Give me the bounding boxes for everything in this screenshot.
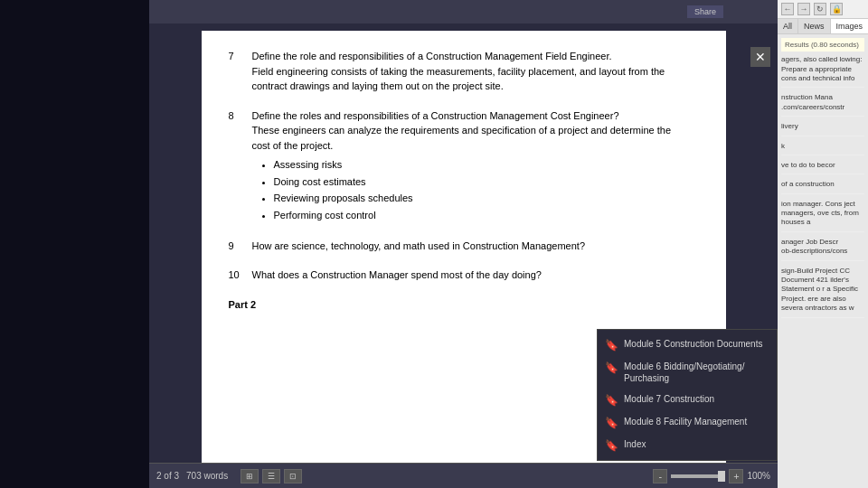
bookmark-icon-5: 🔖 (605, 439, 618, 452)
question-9-line: 9 How are science, technology, and math … (229, 239, 690, 254)
search-result-7: ion manager. Cons ject managers, ove cts… (781, 200, 864, 232)
browser-nav: ← → ↻ 🔒 (778, 0, 868, 19)
share-area: Share (687, 5, 723, 18)
right-content: Results (0.80 seconds) agers, also calle… (778, 34, 868, 327)
bookmark-icon-1: 🔖 (605, 339, 618, 352)
q10-text: What does a Construction Manager spend m… (252, 267, 542, 283)
right-tabs: All News Images (778, 19, 868, 34)
question-7-block: 7 Define the role and responsibilities o… (229, 49, 690, 94)
question-9-block: 9 How are science, technology, and math … (229, 239, 690, 254)
q7-number: 7 (229, 49, 245, 64)
snippet-1: agers, also called lowing: Prepare a app… (781, 55, 864, 83)
snippet-7: ion manager. Cons ject managers, ove cts… (781, 200, 864, 228)
question-8-line: 8 Define the roles and responsibilities … (229, 108, 690, 124)
result-info: Results (0.80 seconds) (781, 38, 864, 52)
q8-bullet-list: Assessing risks Doing cost estimates Rev… (229, 156, 690, 224)
nav-panel: 🔖 Module 5 Construction Documents 🔖 Modu… (597, 329, 778, 461)
q8-number: 8 (229, 108, 245, 124)
tab-images[interactable]: Images (831, 19, 868, 33)
bookmark-icon-4: 🔖 (605, 417, 618, 429)
zoom-slider[interactable] (671, 474, 725, 478)
search-result-5: ve to do to becor (781, 161, 864, 174)
search-result-3: livery (781, 122, 864, 136)
page-info: 2 of 3 (156, 471, 179, 481)
share-button[interactable]: Share (687, 5, 723, 18)
question-10-block: 10 What does a Construction Manager spen… (229, 267, 690, 283)
zoom-plus-button[interactable]: + (729, 469, 743, 483)
search-result-2: nstruction Mana .com/careers/constr (781, 93, 864, 117)
nav-label-module6: Module 6 Bidding/Negotiating/ Purchasing (624, 361, 769, 384)
q7-title: Define the role and responsibilities of … (252, 49, 612, 64)
bullet-3: Reviewing proposals schedules (274, 190, 690, 207)
doc-toolbar: 2 of 3 703 words ⊞ ☰ ⊡ - + 100% (149, 463, 778, 488)
question-8-block: 8 Define the roles and responsibilities … (229, 108, 690, 224)
document-area: Share ✕ 7 Define the role and responsibi… (149, 0, 778, 488)
tab-news[interactable]: News (798, 19, 831, 33)
search-result-9: sign-Build Project CC Document 421 ilder… (781, 267, 864, 318)
snippet-6: of a construction (781, 180, 864, 189)
toolbar-icons: ⊞ ☰ ⊡ (241, 469, 302, 483)
refresh-button[interactable]: ↻ (814, 3, 826, 15)
q10-number: 10 (229, 267, 245, 283)
nav-label-module7: Module 7 Construction (624, 393, 714, 405)
back-button[interactable]: ← (781, 3, 794, 15)
q9-text: How are science, technology, and math us… (252, 239, 586, 254)
q8-title: Define the roles and responsibilities of… (252, 108, 619, 124)
left-panel (0, 0, 149, 488)
q9-number: 9 (229, 239, 245, 254)
forward-button[interactable]: → (797, 3, 810, 15)
snippet-3: livery (781, 122, 864, 131)
q7-body: Field engineering consists of taking the… (229, 64, 690, 94)
nav-item-module8[interactable]: 🔖 Module 8 Facility Management (598, 411, 777, 434)
nav-label-index: Index (624, 438, 646, 450)
question-7-line: 7 Define the role and responsibilities o… (229, 49, 690, 64)
part-2-label: Part 2 (229, 297, 690, 313)
nav-item-module7[interactable]: 🔖 Module 7 Construction (598, 389, 777, 411)
question-10-line: 10 What does a Construction Manager spen… (229, 267, 690, 283)
search-result-1: agers, also called lowing: Prepare a app… (781, 55, 864, 88)
bookmark-icon-3: 🔖 (605, 394, 618, 407)
right-panel: ← → ↻ 🔒 All News Images Results (0.80 se… (778, 0, 868, 488)
zoom-slider-fill (671, 474, 725, 478)
nav-label-module5: Module 5 Construction Documents (624, 338, 762, 350)
zoom-level: 100% (747, 471, 770, 481)
bullet-1: Assessing risks (274, 156, 690, 174)
close-button[interactable]: ✕ (750, 47, 770, 67)
snippet-9: sign-Build Project CC Document 421 ilder… (781, 267, 864, 314)
nav-item-module5[interactable]: 🔖 Module 5 Construction Documents (598, 333, 777, 356)
snippet-2-title[interactable]: nstruction Mana (781, 93, 864, 102)
view-icon-2[interactable]: ☰ (262, 469, 280, 483)
zoom-minus-button[interactable]: - (653, 469, 667, 483)
q8-body: These engineers can analyze the requirem… (229, 123, 690, 153)
view-icon-1[interactable]: ⊞ (241, 469, 259, 483)
word-count: 703 words (186, 471, 228, 481)
nav-item-module6[interactable]: 🔖 Module 6 Bidding/Negotiating/ Purchasi… (598, 356, 777, 389)
snippet-8-title[interactable]: anager Job Descr (781, 238, 864, 247)
snippet-5: ve to do to becor (781, 161, 864, 170)
tab-all[interactable]: All (778, 19, 798, 33)
snippet-4: k (781, 142, 864, 151)
doc-header-bar: Share (149, 0, 778, 23)
search-result-6: of a construction (781, 180, 864, 193)
bullet-4: Performing cost control (274, 207, 690, 224)
snippet-8-url: ob-descriptions/cons (781, 247, 864, 256)
nav-label-module8: Module 8 Facility Management (624, 416, 747, 427)
bullet-2: Doing cost estimates (274, 174, 690, 191)
secure-button: 🔒 (830, 3, 843, 15)
zoom-controls: - + 100% (653, 469, 770, 483)
zoom-slider-thumb (718, 471, 725, 482)
search-result-4: k (781, 142, 864, 155)
bookmark-icon-2: 🔖 (605, 361, 618, 374)
search-result-8: anager Job Descr ob-descriptions/cons (781, 238, 864, 261)
nav-item-index[interactable]: 🔖 Index (598, 434, 777, 456)
snippet-2-url: .com/careers/constr (781, 103, 864, 112)
view-icon-3[interactable]: ⊡ (284, 469, 302, 483)
